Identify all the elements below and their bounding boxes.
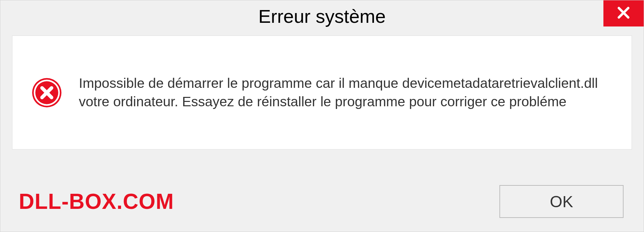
error-dialog: Erreur système Impossible de démarrer le… bbox=[0, 0, 644, 232]
error-message: Impossible de démarrer le programme car … bbox=[79, 74, 613, 111]
titlebar: Erreur système bbox=[0, 0, 644, 32]
ok-button[interactable]: OK bbox=[499, 185, 624, 218]
dialog-footer: DLL-BOX.COM OK bbox=[0, 171, 644, 232]
error-icon bbox=[31, 77, 63, 109]
content-panel: Impossible de démarrer le programme car … bbox=[12, 36, 632, 150]
watermark-text: DLL-BOX.COM bbox=[19, 189, 174, 214]
close-icon bbox=[616, 6, 631, 21]
dialog-title: Erreur système bbox=[258, 5, 386, 27]
close-button[interactable] bbox=[603, 0, 644, 26]
